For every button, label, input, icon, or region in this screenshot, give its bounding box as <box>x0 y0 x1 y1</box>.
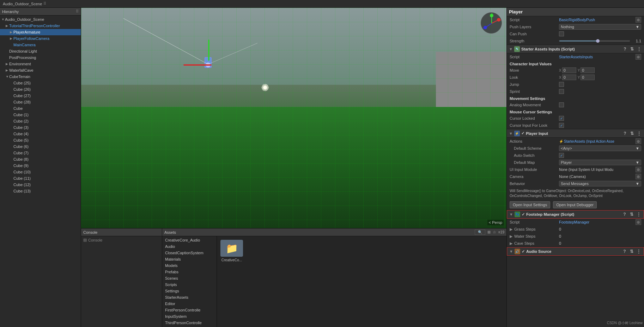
starter-assets-header[interactable]: ▼ ✎ Starter Assets Inputs (Script) ? ⇅ ⋮ <box>507 45 644 53</box>
ui-input-select-btn[interactable]: ◎ <box>636 167 641 172</box>
assets-sidebar-item[interactable]: ThirdPersonControlle <box>162 320 217 326</box>
hierarchy-item-post-processing[interactable]: PostProcessing <box>0 54 81 61</box>
hierarchy-item-cube-28[interactable]: Cube (28) <box>0 99 81 105</box>
ui-input-value-container: None (Input System UI Input Modu ◎ <box>559 167 641 172</box>
hierarchy-item-cube-9[interactable]: Cube (9) <box>0 162 81 169</box>
can-push-checkbox[interactable] <box>559 31 564 36</box>
assets-sidebar-item[interactable]: CreativeCore_Audio <box>162 237 217 243</box>
strength-thumb[interactable] <box>596 39 600 43</box>
assets-sidebar-item[interactable]: Settings <box>162 288 217 294</box>
default-map-dropdown[interactable]: Player ▼ <box>559 160 641 165</box>
push-layers-row: Push Layers Nothing ▼ <box>507 23 644 30</box>
move-x-input[interactable] <box>562 67 576 73</box>
analog-movement-checkbox[interactable] <box>559 102 564 107</box>
fm-preset-icon[interactable]: ⇅ <box>629 212 634 217</box>
hierarchy-item-directional-light[interactable]: Directional Light <box>0 48 81 54</box>
look-x-input[interactable] <box>562 75 576 80</box>
audio-source-header[interactable]: ▼ 🔊 ✓ Audio Source ? ⇅ ⋮ <box>507 247 644 256</box>
hierarchy-item-player-follow-camera[interactable]: ▶PlayerFollowCamera <box>0 35 81 42</box>
assets-sidebar-item[interactable]: Prefabs <box>162 269 217 275</box>
pi-more-icon[interactable]: ⋮ <box>636 131 642 136</box>
as-preset-icon[interactable]: ⇅ <box>629 249 634 254</box>
hierarchy-item-cube-10[interactable]: Cube (10) <box>0 169 81 175</box>
assets-sidebar-item[interactable]: FirstPersonControlle <box>162 307 217 313</box>
default-scheme-dropdown[interactable]: <Any> ▼ <box>559 145 641 151</box>
hierarchy-item-cube-8[interactable]: Cube (8) <box>0 156 81 162</box>
fm-script-value[interactable]: FootstepManager <box>559 220 636 224</box>
hierarchy-item-cube-6[interactable]: Cube (6) <box>0 143 81 150</box>
camera-select-btn[interactable]: ◎ <box>636 174 641 179</box>
hierarchy-item-cube-1[interactable]: Cube (1) <box>0 112 81 118</box>
pi-help-icon[interactable]: ? <box>622 131 628 136</box>
hierarchy-item-cube-4[interactable]: Cube (4) <box>0 131 81 137</box>
script-select-btn[interactable]: ◎ <box>636 17 641 23</box>
hierarchy-item-player-armature[interactable]: ▶PlayerArmature <box>0 29 81 35</box>
open-input-settings-btn[interactable]: Open Input Settings <box>510 201 550 208</box>
hierarchy-item-waterfall-cave[interactable]: ▶WaterfallCave <box>0 67 81 73</box>
sa-script-value[interactable]: StarterAssetsInputs <box>559 55 636 59</box>
assets-sidebar-item[interactable]: StarterAssets <box>162 294 217 301</box>
script-value[interactable]: BasicRigidBodyPush <box>559 18 636 22</box>
pi-preset-icon[interactable]: ⇅ <box>629 131 635 136</box>
hierarchy-item-cube-11[interactable]: Cube (11) <box>0 175 81 182</box>
hierarchy-item-environment[interactable]: ▶Environment <box>0 61 81 67</box>
open-input-debugger-btn[interactable]: Open Input Debugger <box>553 201 597 208</box>
cursor-input-look-checkbox[interactable] <box>559 123 564 128</box>
look-y-input[interactable] <box>581 75 595 80</box>
hierarchy-menu-icon[interactable]: ⠿ <box>76 9 79 14</box>
grass-steps-arrow[interactable]: ▶ <box>510 227 512 231</box>
fm-script-select-btn[interactable]: ◎ <box>636 219 641 225</box>
actions-value[interactable]: StarterAssets (Input Action Asse <box>564 139 635 143</box>
behavior-dropdown[interactable]: Send Messages ▼ <box>559 181 641 186</box>
hierarchy-item-main-camera[interactable]: MainCamera <box>0 42 81 48</box>
as-help-icon[interactable]: ? <box>622 249 627 254</box>
assets-icon-1[interactable]: ⊞ <box>487 230 491 234</box>
hierarchy-item-tutorial-third-person[interactable]: ▶TutorialThirdPersonController <box>0 23 81 29</box>
viewport[interactable]: ✺ X Y Z <box>81 8 506 228</box>
sprint-checkbox[interactable] <box>559 89 564 94</box>
hierarchy-item-cube-13[interactable]: Cube (13) <box>0 188 81 194</box>
search-box[interactable]: 🔍 <box>475 230 485 235</box>
asset-folder-creativeco[interactable]: 📁 CreativeCo... <box>220 240 243 262</box>
assets-sidebar-item[interactable]: InputSystem <box>162 313 217 320</box>
hierarchy-item-cube-2[interactable]: Cube (2) <box>0 118 81 124</box>
scene-gizmo[interactable]: X Y Z <box>479 11 504 35</box>
assets-sidebar-item[interactable]: Materials <box>162 256 217 262</box>
hierarchy-item-cube-3[interactable]: Cube (3) <box>0 124 81 131</box>
hierarchy-item-cube-27[interactable]: Cube (27) <box>0 93 81 99</box>
help-icon[interactable]: ? <box>622 46 628 52</box>
hierarchy-item-cube-7[interactable]: Cube (7) <box>0 150 81 156</box>
hierarchy-item-cube-12[interactable]: Cube (12) <box>0 182 81 188</box>
hierarchy-item-cube[interactable]: Cube <box>0 105 81 112</box>
push-layers-dropdown[interactable]: Nothing ▼ <box>559 24 641 30</box>
hierarchy-item-cube-26[interactable]: Cube (26) <box>0 86 81 93</box>
assets-sidebar-item[interactable]: Editor <box>162 301 217 307</box>
assets-sidebar-item[interactable]: Audio <box>162 243 217 250</box>
cave-steps-arrow[interactable]: ▶ <box>510 241 512 245</box>
hierarchy-item-cube-25[interactable]: Cube (25) <box>0 80 81 86</box>
water-steps-arrow[interactable]: ▶ <box>510 234 512 238</box>
player-input-header[interactable]: ▼ ⚡ ✓ Player Input ? ⇅ ⋮ <box>507 129 644 138</box>
script-label: Script <box>510 18 559 22</box>
footstep-manager-header[interactable]: ▼ 👣 ✓ Footstep Manager (Script) ? ⇅ ⋮ <box>507 210 644 219</box>
jump-checkbox[interactable] <box>559 82 564 87</box>
hierarchy-item-cube-5[interactable]: Cube (5) <box>0 137 81 143</box>
preset-icon[interactable]: ⇅ <box>629 46 635 52</box>
strength-slider[interactable]: 1.1 <box>559 39 641 43</box>
move-y-input[interactable] <box>581 67 595 73</box>
assets-icon-2[interactable]: ☆ <box>493 230 496 234</box>
assets-sidebar-item[interactable]: ClosedCaptionSystem <box>162 250 217 256</box>
cursor-locked-checkbox[interactable] <box>559 116 564 121</box>
fm-help-icon[interactable]: ? <box>622 212 627 217</box>
assets-sidebar-item[interactable]: Scenes <box>162 275 217 281</box>
hierarchy-item-scene-root[interactable]: ▼Audio_Outdoor_Scene <box>0 16 81 23</box>
auto-switch-checkbox[interactable] <box>559 153 564 158</box>
as-more-icon[interactable]: ⋮ <box>636 249 642 254</box>
sa-script-select-btn[interactable]: ◎ <box>636 54 641 60</box>
assets-sidebar-item[interactable]: Models <box>162 262 217 269</box>
actions-select-btn[interactable]: ◎ <box>636 138 641 144</box>
hierarchy-item-cube-terrain[interactable]: ▼CubeTerrain <box>0 73 81 80</box>
more-icon[interactable]: ⋮ <box>636 46 642 52</box>
assets-sidebar-item[interactable]: Scripts <box>162 281 217 288</box>
fm-more-icon[interactable]: ⋮ <box>636 212 642 217</box>
